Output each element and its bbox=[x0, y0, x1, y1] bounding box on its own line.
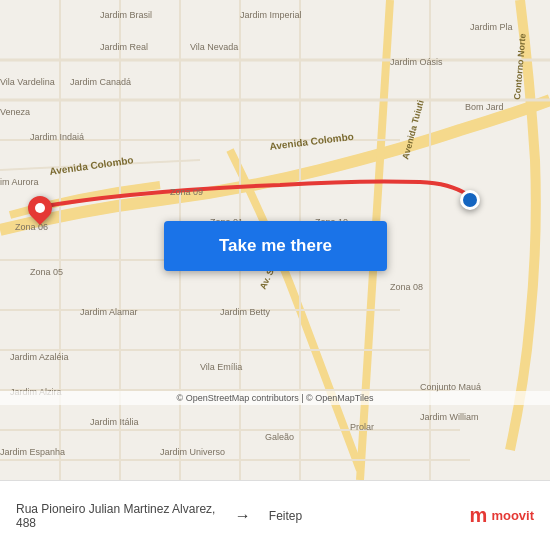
svg-text:Vila Nevada: Vila Nevada bbox=[190, 42, 238, 52]
destination-text: Feitep bbox=[269, 509, 470, 523]
svg-text:Jardim Brasil: Jardim Brasil bbox=[100, 10, 152, 20]
svg-text:Jardim Pla: Jardim Pla bbox=[470, 22, 513, 32]
moovit-m-icon: m bbox=[470, 504, 488, 527]
svg-text:Zona 08: Zona 08 bbox=[390, 282, 423, 292]
svg-text:Zona 05: Zona 05 bbox=[30, 267, 63, 277]
svg-text:Veneza: Veneza bbox=[0, 107, 30, 117]
arrow-icon: → bbox=[235, 507, 251, 525]
svg-text:Jardim Azaléia: Jardim Azaléia bbox=[10, 352, 69, 362]
svg-text:Jardim Real: Jardim Real bbox=[100, 42, 148, 52]
svg-text:Jardim Canadá: Jardim Canadá bbox=[70, 77, 131, 87]
take-me-there-button[interactable]: Take me there bbox=[164, 221, 387, 271]
svg-text:Jardim Universo: Jardim Universo bbox=[160, 447, 225, 457]
svg-text:Jardim Alamar: Jardim Alamar bbox=[80, 307, 138, 317]
svg-text:Jardim Indaiá: Jardim Indaiá bbox=[30, 132, 84, 142]
svg-text:Bom Jard: Bom Jard bbox=[465, 102, 504, 112]
svg-text:Vila Emília: Vila Emília bbox=[200, 362, 242, 372]
svg-text:Galeão: Galeão bbox=[265, 432, 294, 442]
bottom-bar: Rua Pioneiro Julian Martinez Alvarez, 48… bbox=[0, 480, 550, 550]
svg-text:Zona 09: Zona 09 bbox=[170, 187, 203, 197]
svg-text:Jardim Oásis: Jardim Oásis bbox=[390, 57, 443, 67]
map-container: Jardim Brasil Jardim Imperial Jardim Rea… bbox=[0, 0, 550, 480]
svg-text:Jardim Itália: Jardim Itália bbox=[90, 417, 139, 427]
svg-text:Prolar: Prolar bbox=[350, 422, 374, 432]
svg-text:Jardim Imperial: Jardim Imperial bbox=[240, 10, 302, 20]
svg-text:im Aurora: im Aurora bbox=[0, 177, 39, 187]
moovit-logo: m moovit bbox=[470, 504, 534, 527]
svg-text:Zona 06: Zona 06 bbox=[15, 222, 48, 232]
svg-text:Jardim William: Jardim William bbox=[420, 412, 479, 422]
svg-text:Vila Vardelina: Vila Vardelina bbox=[0, 77, 55, 87]
destination-dot bbox=[460, 190, 480, 210]
svg-text:Jardim Espanha: Jardim Espanha bbox=[0, 447, 65, 457]
route-info: Rua Pioneiro Julian Martinez Alvarez, 48… bbox=[16, 502, 470, 530]
svg-text:Jardim Betty: Jardim Betty bbox=[220, 307, 271, 317]
origin-text: Rua Pioneiro Julian Martinez Alvarez, 48… bbox=[16, 502, 217, 530]
moovit-label: moovit bbox=[491, 508, 534, 523]
map-attribution: © OpenStreetMap contributors | © OpenMap… bbox=[0, 391, 550, 405]
